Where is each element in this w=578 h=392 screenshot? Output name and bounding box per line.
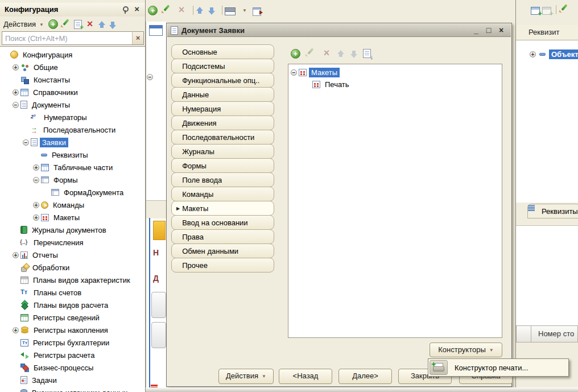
dialog-titlebar[interactable]: Документ Заявки _ □ ×: [167, 24, 511, 37]
search-input[interactable]: Поиск (Ctrl+Alt+M) ×: [2, 31, 144, 45]
dialog-tab[interactable]: ▶ Последовательности: [171, 130, 274, 145]
edit-icon[interactable]: [305, 48, 316, 59]
tree-item[interactable]: Планы видов расчета: [0, 299, 145, 311]
tree-item[interactable]: Задачи: [0, 374, 145, 386]
tree-item[interactable]: + Общие: [0, 61, 145, 73]
add-tabular-icon[interactable]: [542, 7, 551, 15]
add-icon[interactable]: [148, 6, 158, 15]
tree-item[interactable]: Печать: [288, 79, 502, 90]
tree-item[interactable]: − Макеты: [288, 67, 502, 79]
expander-icon[interactable]: −: [33, 177, 39, 183]
expander-icon[interactable]: −: [13, 102, 19, 108]
dropdown-caret-icon[interactable]: ▼: [242, 8, 247, 13]
open-form-icon[interactable]: [253, 7, 261, 16]
tab-attributes[interactable]: Реквизиты: [527, 204, 578, 218]
add-icon[interactable]: [291, 49, 300, 59]
pin-icon[interactable]: [121, 6, 128, 14]
tree-item[interactable]: Регистры сведений: [0, 311, 145, 324]
dialog-tab[interactable]: ▶ Права: [171, 229, 274, 244]
tree-item[interactable]: Конфигурация: [0, 48, 145, 61]
delete-icon[interactable]: [321, 48, 332, 59]
tree-item[interactable]: + Команды: [0, 199, 145, 211]
dialog-tab[interactable]: ▶ Формы: [171, 158, 274, 173]
tree-item[interactable]: + Отчеты: [0, 249, 145, 261]
tree-item[interactable]: Журналы документов: [0, 224, 145, 236]
split-view-icon[interactable]: [225, 7, 236, 15]
move-down-icon[interactable]: [350, 49, 358, 58]
close-icon[interactable]: ×: [134, 5, 139, 13]
delete-icon[interactable]: [84, 19, 96, 30]
tree-item[interactable]: Перечисления: [0, 236, 145, 249]
move-down-icon[interactable]: [109, 20, 117, 29]
dialog-tab[interactable]: ▶ Движения: [171, 115, 274, 130]
copy-icon[interactable]: [74, 20, 82, 29]
expander-icon[interactable]: +: [13, 252, 19, 258]
menu-item-print-constructor[interactable]: Конструктор печати...: [455, 364, 528, 372]
document-icon: [171, 26, 178, 35]
tree-item[interactable]: Регистры бухгалтерии: [0, 336, 145, 349]
edit-icon[interactable]: [559, 4, 570, 15]
tree-item[interactable]: Константы: [0, 73, 145, 86]
tree-item[interactable]: + Регистры накопления: [0, 324, 145, 336]
tree-item[interactable]: Бизнес-процессы: [0, 361, 145, 374]
expander-icon[interactable]: −: [291, 69, 297, 76]
expander-icon[interactable]: +: [33, 202, 39, 208]
clear-search-icon[interactable]: ×: [132, 32, 143, 44]
dialog-tab[interactable]: ▶ Нумерация: [171, 101, 274, 116]
tree-item[interactable]: + Макеты: [0, 211, 145, 224]
tree-item[interactable]: + Справочники: [0, 86, 145, 98]
tree-item[interactable]: Планы счетов: [0, 286, 145, 299]
tree-item[interactable]: Планы видов характеристик: [0, 274, 145, 286]
expander-icon[interactable]: +: [33, 164, 39, 171]
dialog-tab[interactable]: ▶ Ввод на основании: [171, 215, 274, 230]
tree-item[interactable]: + Табличные части: [0, 161, 145, 174]
expander-icon[interactable]: −: [23, 139, 29, 146]
delete-icon[interactable]: [176, 5, 187, 16]
tree-item[interactable]: + Объект: [516, 48, 578, 60]
constructors-button[interactable]: Конструкторы▼: [430, 343, 502, 357]
tree-item[interactable]: Последовательности: [0, 123, 145, 136]
dialog-tab[interactable]: ▶ Поле ввода: [171, 172, 274, 187]
dialog-tab[interactable]: ▶ Прочее: [171, 258, 274, 273]
edit-icon[interactable]: [161, 5, 172, 16]
dialog-tab[interactable]: ▶ Данные: [171, 87, 274, 102]
dialog-tab[interactable]: ▶ Обмен данными: [171, 244, 274, 258]
move-up-icon[interactable]: [337, 49, 345, 58]
expander-icon[interactable]: +: [13, 89, 19, 96]
close-button[interactable]: ×: [495, 26, 507, 35]
dialog-tab[interactable]: ▶ Функциональные опц..: [171, 73, 274, 88]
tree-item[interactable]: − Формы: [0, 174, 145, 186]
tree-item[interactable]: Внешние источники данных: [0, 386, 145, 392]
expander-icon[interactable]: +: [13, 327, 19, 333]
edit-icon[interactable]: [60, 19, 72, 30]
tree-item[interactable]: Регистры расчета: [0, 349, 145, 361]
add-icon[interactable]: [48, 19, 58, 29]
expander-icon[interactable]: +: [530, 51, 536, 57]
dialog-tab[interactable]: ▶ Основные: [171, 44, 274, 59]
actions-button[interactable]: Действия▼: [218, 369, 274, 384]
tree-item[interactable]: Нумераторы: [0, 111, 145, 123]
next-button[interactable]: Далее>: [338, 369, 392, 384]
grid-column-header[interactable]: Номер сто: [531, 325, 578, 343]
dialog-tab[interactable]: ▶ Журналы: [171, 144, 274, 159]
tree-item[interactable]: − Документы: [0, 98, 145, 111]
move-down-icon[interactable]: [208, 6, 216, 15]
maximize-button[interactable]: □: [482, 26, 495, 35]
dialog-tab[interactable]: ▶ Команды: [171, 187, 274, 201]
back-button[interactable]: <Назад: [279, 369, 332, 384]
actions-button[interactable]: Действия▼: [3, 20, 44, 28]
expander-icon[interactable]: +: [33, 214, 39, 221]
expander-icon[interactable]: +: [13, 64, 19, 71]
add-attribute-icon[interactable]: [531, 7, 540, 15]
minimize-button[interactable]: _: [470, 26, 482, 35]
attribute-dash-icon: [539, 53, 546, 56]
sort-list-icon[interactable]: [363, 49, 371, 58]
move-up-icon[interactable]: [98, 20, 106, 29]
tree-item[interactable]: Обработки: [0, 261, 145, 274]
tree-item[interactable]: ФормаДокумента: [0, 186, 145, 199]
tree-item[interactable]: − Заявки: [0, 136, 145, 148]
tree-item[interactable]: Реквизиты: [0, 148, 145, 161]
dialog-tab[interactable]: ▶ Подсистемы: [171, 59, 274, 73]
dialog-tab[interactable]: ▶ Макеты: [171, 201, 274, 216]
move-up-icon[interactable]: [196, 6, 204, 15]
